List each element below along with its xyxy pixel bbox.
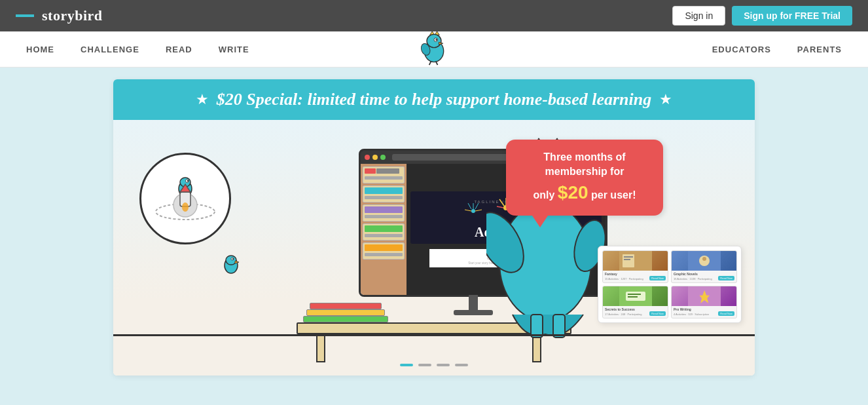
bubble-line1: Three months of membership for — [543, 151, 625, 177]
svg-marker-5 — [439, 42, 443, 45]
nav-right: EDUCATORS PARENTS — [712, 45, 842, 54]
panel-row-2: Secrets to Success 17 Activities · 248 ·… — [602, 286, 737, 318]
logo-accent — [16, 14, 34, 17]
svg-point-2 — [427, 34, 441, 47]
topbar: storybird Sign in Sign up for FREE Trial — [0, 0, 868, 31]
nav-parents[interactable]: PARENTS — [797, 45, 842, 54]
svg-rect-54 — [624, 256, 633, 258]
svg-point-4 — [435, 39, 437, 41]
toolbar-close-dot — [365, 155, 370, 160]
thumb-3 — [363, 204, 405, 222]
svg-point-17 — [182, 202, 189, 212]
right-panel: Fantasy 15 Activities · 1207 · Participa… — [598, 246, 742, 323]
carousel-dots — [400, 364, 468, 366]
desk-leg-left — [316, 334, 325, 362]
panel-prowriting-btn[interactable]: Read Now — [718, 311, 734, 316]
panel-card-img-prowriting — [672, 286, 736, 306]
thumb-1 — [363, 166, 405, 183]
svg-point-14 — [187, 180, 189, 182]
nav-read[interactable]: READ — [166, 45, 192, 54]
bubble-line3: per user! — [591, 189, 636, 201]
navbar: HOME CHALLENGE READ WRITE EDUCATORS PARE… — [0, 31, 868, 68]
nav-write[interactable]: WRITE — [219, 45, 249, 54]
book-1 — [310, 303, 382, 309]
logo-text: storybird — [42, 7, 103, 24]
star-right-icon: ★ — [659, 91, 672, 108]
nav-home[interactable]: HOME — [26, 45, 54, 54]
svg-line-8 — [436, 61, 438, 65]
promo-banner-text: $20 Special: limited time to help suppor… — [217, 90, 651, 109]
right-panel-inner: Fantasy 15 Activities · 1207 · Participa… — [598, 246, 741, 322]
nav-left: HOME CHALLENGE READ WRITE — [26, 45, 249, 54]
carousel-dot-4[interactable] — [455, 364, 468, 366]
nav-educators[interactable]: EDUCATORS — [712, 45, 771, 54]
star-left-icon: ★ — [196, 91, 209, 108]
thumb-5 — [363, 242, 405, 260]
svg-point-58 — [702, 257, 706, 261]
panel-card-graphic: Graphic Novels 16 Activities · 1108 · Pa… — [671, 250, 737, 283]
panel-card-img-graphic — [672, 251, 736, 271]
book-3 — [303, 316, 388, 322]
prowriting-img-svg — [688, 286, 721, 306]
panel-card-img-secrets — [603, 286, 668, 306]
panel-secrets-btn[interactable]: Read Now — [649, 311, 666, 316]
small-bird-illustration — [218, 251, 244, 277]
panel-fantasy-btn[interactable]: Read Now — [649, 276, 666, 280]
panel-card-fantasy: Fantasy 15 Activities · 1207 · Participa… — [602, 250, 668, 283]
promo-body: TAGLINE (OPTIONAL) Add a Title Chapter 1 — [113, 120, 755, 376]
promo-banner: ★ $20 Special: limited time to help supp… — [113, 79, 755, 120]
svg-line-7 — [429, 61, 431, 65]
nav-challenge[interactable]: CHALLENGE — [81, 45, 139, 54]
rocket-circle — [139, 153, 231, 244]
svg-point-21 — [232, 258, 234, 260]
bubble-text: Three months of membership for only $20 … — [519, 150, 650, 205]
svg-rect-55 — [624, 259, 630, 260]
topbar-buttons: Sign in Sign up for FREE Trial — [672, 6, 852, 26]
svg-point-24 — [471, 209, 475, 213]
svg-rect-62 — [628, 296, 638, 298]
mascot-bird-icon — [418, 30, 450, 66]
carousel-dot-1[interactable] — [400, 364, 413, 366]
secrets-img-svg — [619, 286, 652, 306]
rocket-bird-illustration — [146, 159, 225, 238]
svg-rect-61 — [628, 294, 641, 295]
nav-center-bird — [418, 30, 450, 69]
floor-line — [113, 334, 755, 336]
panel-card-img-fantasy — [603, 251, 668, 271]
panel-graphic-btn[interactable]: Read Now — [718, 276, 734, 280]
thumb-4 — [363, 223, 405, 241]
bubble-line2: only — [533, 189, 555, 201]
promo-box: ★ $20 Special: limited time to help supp… — [113, 79, 755, 376]
scene-bg: TAGLINE (OPTIONAL) Add a Title Chapter 1 — [113, 120, 755, 376]
panel-card-prowriting: Pro Writing 4 Activities · 329 · Subscri… — [671, 286, 737, 318]
carousel-dot-2[interactable] — [418, 364, 431, 366]
panel-card-secrets: Secrets to Success 17 Activities · 248 ·… — [602, 286, 668, 318]
carousel-dot-3[interactable] — [437, 364, 450, 366]
free-trial-button[interactable]: Sign up for FREE Trial — [732, 6, 852, 26]
svg-marker-22 — [235, 261, 239, 263]
graphic-img-svg — [688, 251, 721, 271]
panel-row-1: Fantasy 15 Activities · 1207 · Participa… — [602, 250, 737, 283]
signin-button[interactable]: Sign in — [672, 6, 725, 26]
speech-bubble: Three months of membership for only $20 … — [506, 140, 663, 216]
bubble-price: $20 — [558, 182, 588, 202]
toolbar-min-dot — [372, 155, 378, 160]
main-content: ★ $20 Special: limited time to help supp… — [0, 68, 868, 387]
book-2 — [306, 309, 385, 316]
thumb-2 — [363, 185, 405, 202]
books — [303, 303, 388, 322]
logo: storybird — [16, 7, 103, 24]
fantasy-img-svg — [619, 251, 652, 271]
toolbar-max-dot — [380, 155, 386, 160]
screen-sidebar — [361, 164, 407, 295]
